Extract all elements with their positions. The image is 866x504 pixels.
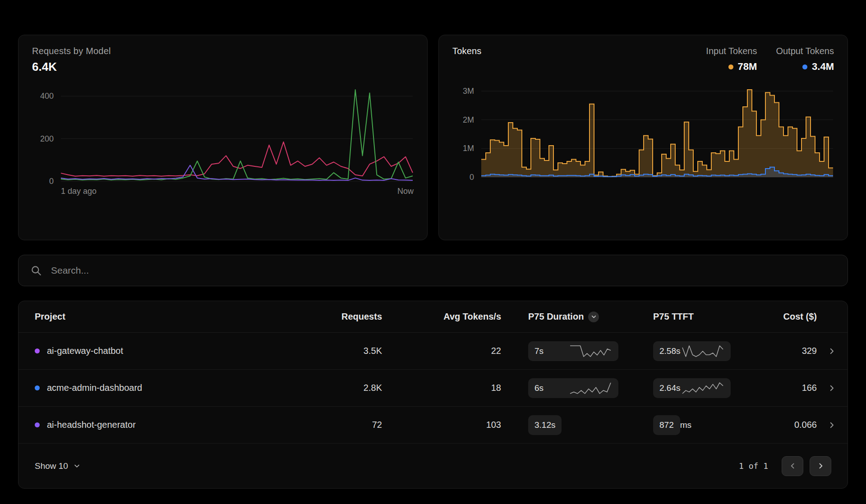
tokens-card-header: Tokens Input Tokens 78M Output Tokens 3.… xyxy=(452,46,834,73)
svg-text:400: 400 xyxy=(40,92,54,101)
chevron-left-icon xyxy=(789,462,797,470)
duration-sparkline xyxy=(569,344,612,358)
requests-value: 2.8K xyxy=(305,383,382,393)
avg-tokens-value: 103 xyxy=(382,420,501,430)
search-bar[interactable] xyxy=(18,255,848,286)
input-tokens-value: 78M xyxy=(738,61,757,73)
cost-value: 329 xyxy=(778,346,817,356)
project-name: ai-headshot-generator xyxy=(47,420,136,430)
table-header-row: Project Requests Avg Tokens/s P75 Durati… xyxy=(18,301,848,333)
search-icon xyxy=(30,265,42,276)
tokens-step-chart: 01M2M3M xyxy=(452,77,834,180)
x-axis-start-label: 1 day ago xyxy=(61,187,97,196)
chevron-right-icon xyxy=(828,347,836,355)
input-tokens-dot-icon xyxy=(728,64,733,69)
requests-value: 72 xyxy=(305,420,382,430)
project-dot-icon xyxy=(35,422,40,427)
p75-ttft-pill: 872 xyxy=(653,415,680,435)
svg-text:3M: 3M xyxy=(463,87,474,96)
chevron-right-icon xyxy=(828,421,836,429)
svg-text:0: 0 xyxy=(49,177,54,184)
avg-tokens-value: 22 xyxy=(382,346,501,356)
requests-by-model-card: Requests by Model 6.4K 0200400 1 day ago… xyxy=(18,35,428,240)
table-row[interactable]: ai-headshot-generator 72 103 3.12s 872 m… xyxy=(18,407,848,444)
column-header-p75-duration[interactable]: P75 Duration xyxy=(528,312,599,322)
column-header-requests: Requests xyxy=(305,312,382,322)
requests-card-title: Requests by Model xyxy=(32,46,414,56)
table-row[interactable]: acme-admin-dashboard 2.8K 18 6s 2.64s 16… xyxy=(18,370,848,407)
cost-value: 166 xyxy=(778,383,817,393)
output-tokens-dot-icon xyxy=(802,64,807,69)
tokens-card-title: Tokens xyxy=(452,46,482,56)
previous-page-button[interactable] xyxy=(782,456,803,476)
input-tokens-label: Input Tokens xyxy=(706,46,757,56)
ttft-sparkline xyxy=(681,381,724,395)
column-header-cost: Cost ($) xyxy=(778,312,817,322)
tokens-legend: Input Tokens 78M Output Tokens 3.4M xyxy=(706,46,834,73)
column-header-project: Project xyxy=(35,312,305,322)
project-name: acme-admin-dashboard xyxy=(47,383,142,393)
svg-text:200: 200 xyxy=(40,134,54,143)
legend-input-tokens: Input Tokens 78M xyxy=(706,46,757,73)
p75-duration-pill: 6s xyxy=(528,378,618,398)
svg-text:0: 0 xyxy=(470,173,474,180)
project-dot-icon xyxy=(35,385,40,390)
requests-value: 3.5K xyxy=(305,346,382,356)
chevron-right-icon xyxy=(828,384,836,392)
requests-x-axis: 1 day ago Now xyxy=(61,187,414,196)
project-name: ai-gateway-chatbot xyxy=(47,346,123,356)
column-header-avg-tokens: Avg Tokens/s xyxy=(382,312,501,322)
svg-text:1M: 1M xyxy=(463,144,474,153)
requests-total-value: 6.4K xyxy=(32,60,414,74)
output-tokens-label: Output Tokens xyxy=(776,46,834,56)
column-header-p75-ttft: P75 TTFT xyxy=(653,312,778,322)
svg-text:2M: 2M xyxy=(463,115,474,124)
table-footer: Show 10 1 of 1 xyxy=(18,444,848,488)
chevron-right-icon xyxy=(817,462,825,470)
projects-table: Project Requests Avg Tokens/s P75 Durati… xyxy=(18,301,848,489)
page-size-select[interactable]: Show 10 xyxy=(35,461,80,471)
p75-ttft-pill: 2.58s xyxy=(653,341,731,361)
chevron-down-icon xyxy=(74,463,80,469)
project-dot-icon xyxy=(35,348,40,353)
p75-duration-pill: 3.12s xyxy=(528,415,562,435)
next-page-button[interactable] xyxy=(810,456,831,476)
sort-direction-badge xyxy=(588,312,599,322)
charts-row: Requests by Model 6.4K 0200400 1 day ago… xyxy=(18,35,848,240)
requests-line-chart: 0200400 xyxy=(32,81,414,184)
legend-output-tokens: Output Tokens 3.4M xyxy=(776,46,834,73)
table-row[interactable]: ai-gateway-chatbot 3.5K 22 7s 2.58s 329 xyxy=(18,333,848,370)
ttft-sparkline xyxy=(681,344,724,358)
p75-ttft-pill: 2.64s xyxy=(653,378,731,398)
page-indicator: 1 of 1 xyxy=(739,461,768,471)
output-tokens-value: 3.4M xyxy=(812,61,834,73)
cost-value: 0.066 xyxy=(778,420,817,430)
pagination: 1 of 1 xyxy=(739,456,831,476)
duration-sparkline xyxy=(569,381,612,395)
avg-tokens-value: 18 xyxy=(382,383,501,393)
p75-duration-pill: 7s xyxy=(528,341,618,361)
search-input[interactable] xyxy=(51,265,836,276)
ttft-unit-suffix: ms xyxy=(680,420,691,430)
tokens-card: Tokens Input Tokens 78M Output Tokens 3.… xyxy=(438,35,848,240)
x-axis-end-label: Now xyxy=(397,187,414,196)
chevron-down-icon xyxy=(591,314,597,320)
